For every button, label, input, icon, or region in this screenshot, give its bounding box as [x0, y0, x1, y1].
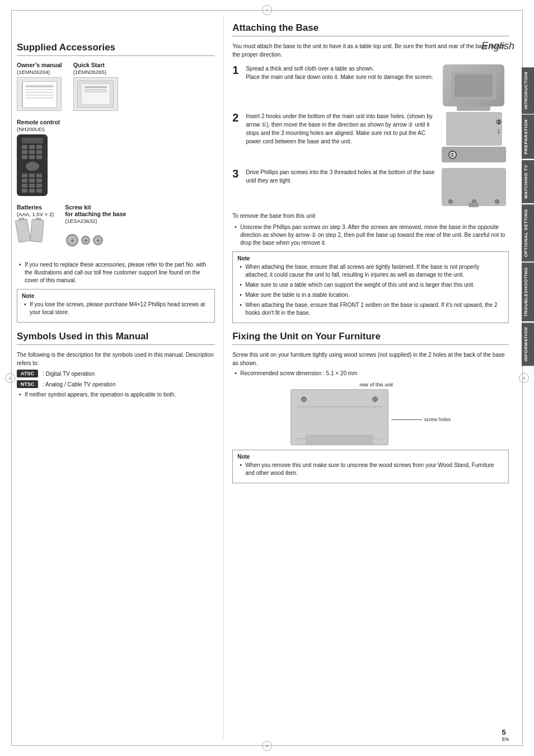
- owners-manual-label: Owner's manual: [17, 62, 62, 68]
- symbol-row-ntsc: NTSC : Analog / Cable TV operation: [17, 380, 215, 388]
- attaching-note-2: Make sure to use a table which can suppo…: [237, 281, 504, 289]
- step-3-illustration: [439, 168, 509, 206]
- attaching-note-title: Note: [237, 255, 504, 262]
- quickstart-illustration: [73, 77, 118, 111]
- symbols-section: Symbols Used in this Manual The followin…: [17, 331, 215, 399]
- fixing-title: Fixing the Unit on Your Furniture: [232, 331, 509, 345]
- remove-bullet-1: Unscrew the Phillips pan screws on step …: [232, 223, 509, 247]
- fixing-section: Fixing the Unit on Your Furniture Screw …: [232, 331, 509, 483]
- accessories-note-title: Note: [22, 293, 210, 299]
- step-3-text: Drive Phillips pan screws into the 3 thr…: [246, 168, 435, 185]
- screws-illustration: [65, 226, 104, 254]
- accessories-row-2: Batteries (AAA, 1.5V × 2) Screw kitfor a…: [17, 204, 215, 254]
- accessory-owners-manual: Owner's manual (1EMN26204): [17, 62, 62, 111]
- sidebar-tab-preparation[interactable]: PREPARATION: [522, 115, 534, 159]
- right-column: Attaching the Base You must attach the b…: [223, 17, 509, 739]
- page-number-area: 5 EN: [502, 728, 509, 742]
- step-2: 2 Insert 2 hooks under the bottom of the…: [232, 112, 509, 162]
- step-1: 1 Spread a thick and soft cloth over a t…: [232, 64, 509, 106]
- symbol-desc-ntsc: : Analog / Cable TV operation: [43, 381, 115, 388]
- step-2-img: ① ② ↓: [442, 112, 506, 162]
- symbol-row-atsc: ATSC : Digital TV operation: [17, 370, 215, 377]
- quick-start-model: (1EMN26265): [73, 69, 106, 75]
- step-2-text: Insert 2 hooks under the bottom of the m…: [246, 112, 435, 146]
- reg-mark-top: [262, 5, 272, 15]
- tv-back-view: [291, 389, 388, 445]
- accessory-screw-kit: Screw kitfor attaching the base (1ESA236…: [65, 204, 126, 254]
- attaching-note-list: When attaching the base, ensure that all…: [237, 263, 504, 317]
- step-2-content: 2 Insert 2 hooks under the bottom of the…: [232, 112, 435, 162]
- fixing-bullets: Recommended screw dimension : 5.1 × 20 m…: [232, 370, 509, 377]
- sidebar-tab-troubleshooting[interactable]: TROUBLESHOOTING: [522, 263, 534, 321]
- sidebar-tab-optional-setting[interactable]: OPTIONAL SETTING: [522, 204, 534, 262]
- attaching-note-3: Make sure the table is in a stable locat…: [237, 291, 504, 299]
- attaching-base-intro: You must attach the base to the unit to …: [232, 42, 509, 59]
- reg-mark-bottom: [262, 741, 272, 751]
- symbol-badge-ntsc: NTSC: [17, 380, 38, 388]
- left-column: Supplied Accessories Owner's manual (1EM…: [17, 17, 223, 739]
- accessories-row-1: Owner's manual (1EMN26204) Quick Start: [17, 62, 215, 111]
- symbol-desc-atsc: : Digital TV operation: [43, 371, 95, 377]
- step-1-number: 1: [232, 64, 242, 81]
- screw-kit-model: (1ESA23632): [65, 218, 97, 224]
- sidebar-tabs: INTRODUCTION PREPARATION WATCHING TV OPT…: [522, 67, 534, 366]
- attaching-note: Note When attaching the base, ensure tha…: [232, 251, 509, 323]
- step-3: 3 Drive Phillips pan screws into the 3 t…: [232, 168, 509, 206]
- step-3-img: [442, 168, 506, 206]
- sidebar-tab-introduction[interactable]: INTRODUCTION: [522, 67, 534, 114]
- screw-hole-right: [372, 396, 378, 402]
- accessories-note-list: If you lose the screws, please purchase …: [22, 301, 210, 316]
- sidebar-tab-information[interactable]: INFORMATION: [522, 323, 534, 366]
- accessories-note: Note If you lose the screws, please purc…: [17, 289, 215, 323]
- remote-model: (NH200UD): [17, 126, 215, 132]
- attaching-note-1: When attaching the base, ensure that all…: [237, 263, 504, 279]
- step-1-illustration: [439, 64, 509, 106]
- fixing-note-list: When you remove this unit make sure to u…: [237, 461, 504, 477]
- supplied-accessories-section: Supplied Accessories Owner's manual (1EM…: [17, 42, 215, 323]
- batteries-label: Batteries: [17, 204, 42, 211]
- rear-label: rear of this unit: [359, 382, 393, 388]
- attaching-base-title: Attaching the Base: [232, 22, 509, 36]
- step-3-content: 3 Drive Phillips pan screws into the 3 t…: [232, 168, 435, 206]
- screw-holes-label: screw holes: [424, 417, 451, 422]
- fixing-diagram-inner: screw holes: [291, 389, 451, 445]
- remote-label: Remote control: [17, 119, 215, 125]
- accessories-note-item: If you lose the screws, please purchase …: [22, 301, 210, 316]
- screw-kit-label: Screw kitfor attaching the base: [65, 204, 126, 217]
- supplied-accessories-title: Supplied Accessories: [17, 42, 215, 56]
- accessories-bullet-1: If you need to replace these accessories…: [17, 261, 215, 284]
- page-lang: EN: [502, 736, 509, 742]
- remove-note-label: To remove the base from this unit: [232, 212, 509, 220]
- owners-manual-model: (1EMN26204): [17, 69, 50, 75]
- step-1-content: 1 Spread a thick and soft cloth over a t…: [232, 64, 435, 106]
- page-number: 5: [502, 728, 509, 736]
- symbols-intro: The following is the description for the…: [17, 351, 215, 367]
- tv-step1-img: [443, 64, 504, 106]
- symbol-badge-atsc: ATSC: [17, 370, 38, 377]
- accessory-quick-start: Quick Start (1EMN26265): [73, 62, 118, 111]
- fixing-intro: Screw this unit on your furniture tightl…: [232, 351, 509, 367]
- symbols-bullets: If neither symbol appears, the operation…: [17, 391, 215, 399]
- reg-mark-left: [5, 373, 15, 383]
- fixing-bullet-screw-dim: Recommended screw dimension : 5.1 × 20 m…: [232, 370, 509, 377]
- step-1-text: Spread a thick and soft cloth over a tab…: [246, 64, 433, 81]
- fixing-note-title: Note: [237, 454, 504, 460]
- step-2-illustration: ① ② ↓: [439, 112, 509, 162]
- accessories-bullets: If you need to replace these accessories…: [17, 261, 215, 284]
- attaching-note-4: When attaching the base, ensure that FRO…: [237, 301, 504, 317]
- accessory-batteries: Batteries (AAA, 1.5V × 2): [17, 204, 54, 254]
- reg-mark-right: [519, 373, 529, 383]
- fixing-note-1: When you remove this unit make sure to u…: [237, 461, 504, 477]
- main-content: Supplied Accessories Owner's manual (1EM…: [17, 17, 509, 739]
- quick-start-label: Quick Start: [73, 62, 105, 68]
- step-2-number: 2: [232, 112, 242, 146]
- symbols-title: Symbols Used in this Manual: [17, 331, 215, 345]
- batteries-model: (AAA, 1.5V × 2): [17, 211, 54, 217]
- manual-illustration: [17, 77, 62, 111]
- diagram-label-area: screw holes: [391, 412, 451, 422]
- remove-bullets: Unscrew the Phillips pan screws on step …: [232, 223, 509, 247]
- sidebar-tab-watching-tv[interactable]: WATCHING TV: [522, 160, 534, 203]
- symbols-bullet-1: If neither symbol appears, the operation…: [17, 391, 215, 399]
- screw-hole-left: [301, 396, 307, 402]
- attaching-base-section: Attaching the Base You must attach the b…: [232, 22, 509, 323]
